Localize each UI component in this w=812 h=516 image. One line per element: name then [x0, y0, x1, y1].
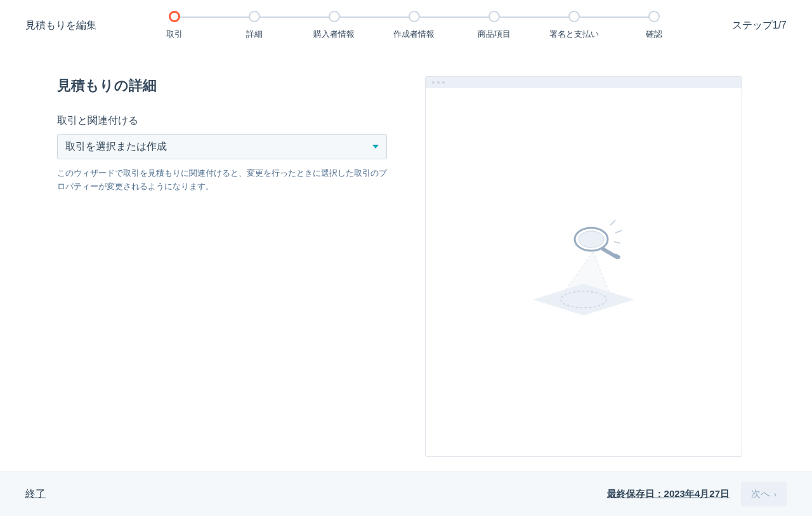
step-circle-icon [169, 11, 180, 22]
preview-body [426, 88, 742, 456]
empty-state-illustration [520, 214, 647, 331]
preview-column [425, 76, 755, 472]
footer-right: 最終保存日：2023年4月27日 次へ › [607, 482, 787, 506]
deal-select[interactable]: 取引を選択または作成 [57, 134, 387, 159]
step-confirm[interactable]: 確認 [614, 11, 694, 40]
next-button[interactable]: 次へ › [741, 482, 787, 506]
step-connector [174, 17, 254, 18]
step-circle-icon [648, 11, 660, 22]
exit-link[interactable]: 終了 [25, 487, 46, 501]
step-circle-icon [249, 11, 260, 22]
step-deal[interactable]: 取引 [134, 11, 214, 40]
step-buyer-info[interactable]: 購入者情報 [294, 11, 374, 40]
titlebar-dot-icon [442, 81, 445, 84]
step-circle-icon [568, 11, 580, 22]
svg-point-4 [579, 231, 604, 248]
wizard-footer: 終了 最終保存日：2023年4月27日 次へ › [0, 472, 812, 516]
stepper: 取引 詳細 購入者情報 作成者情報 商品項目 署名と支払い [96, 11, 732, 40]
step-signature-payment[interactable]: 署名と支払い [534, 11, 614, 40]
main-content: 見積もりの詳細 取引と関連付ける 取引を選択または作成 このウィザードで取引を見… [0, 51, 812, 472]
titlebar-dot-icon [437, 81, 440, 84]
last-saved-text: 最終保存日：2023年4月27日 [607, 488, 730, 500]
next-button-label: 次へ [751, 488, 770, 500]
step-creator-info[interactable]: 作成者情報 [374, 11, 454, 40]
svg-line-6 [615, 230, 622, 233]
step-connector [414, 17, 494, 18]
step-indicator: ステップ1/7 [732, 19, 787, 32]
help-text: このウィザードで取引を見積もりに関連付けると、変更を行ったときに選択した取引のプ… [57, 167, 387, 194]
step-label: 作成者情報 [393, 29, 435, 40]
step-label: 商品項目 [478, 29, 511, 40]
page-title: 見積もりを編集 [25, 19, 96, 32]
step-label: 購入者情報 [313, 29, 355, 40]
form-column: 見積もりの詳細 取引と関連付ける 取引を選択または作成 このウィザードで取引を見… [57, 76, 387, 472]
step-circle-icon [329, 11, 340, 22]
step-label: 確認 [646, 29, 662, 40]
svg-line-5 [610, 220, 615, 225]
step-circle-icon [409, 11, 420, 22]
wizard-header: 見積もりを編集 取引 詳細 購入者情報 作成者情報 商品項目 [0, 0, 812, 51]
step-line-items[interactable]: 商品項目 [454, 11, 534, 40]
step-connector [574, 17, 654, 18]
magnifier-spotlight-icon [520, 214, 647, 328]
preview-card [425, 76, 742, 457]
svg-line-7 [614, 242, 620, 243]
step-label: 取引 [166, 29, 183, 40]
field-label-deal: 取引と関連付ける [57, 114, 387, 128]
step-connector [254, 17, 334, 18]
step-label: 署名と支払い [549, 29, 599, 40]
preview-titlebar [426, 77, 742, 88]
step-circle-icon [488, 11, 500, 22]
step-label: 詳細 [246, 29, 263, 40]
titlebar-dot-icon [432, 81, 435, 84]
step-connector [334, 17, 414, 18]
chevron-right-icon: › [774, 490, 776, 499]
step-connector [494, 17, 574, 18]
step-details[interactable]: 詳細 [214, 11, 294, 40]
select-placeholder: 取引を選択または作成 [65, 140, 167, 154]
caret-down-icon [372, 145, 379, 149]
section-title: 見積もりの詳細 [57, 76, 387, 95]
